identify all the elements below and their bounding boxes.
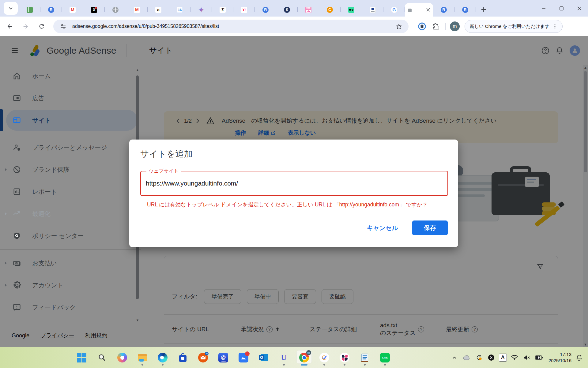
pinned-tab-moedb[interactable]: MOEdb	[298, 3, 319, 17]
toolbar-divider	[445, 23, 446, 30]
minimize-button[interactable]	[535, 0, 552, 17]
chevron-down-icon	[9, 6, 13, 10]
svg-text:z: z	[580, 354, 582, 357]
taskbar-edge-icon[interactable]	[153, 348, 173, 367]
browser-toolbar: adsense.google.com/adsense/u/0/pub-34951…	[0, 17, 588, 36]
chrome-update-button[interactable]: 新しい Chrome をご利用いただけます	[465, 20, 563, 33]
browser-profile-avatar[interactable]: m	[450, 21, 460, 31]
ads-icon	[12, 94, 21, 103]
reload-button[interactable]	[36, 20, 48, 33]
tab-list: RMXMa16XY!RSMOEdbCGRR	[19, 0, 476, 17]
address-bar[interactable]: adsense.google.com/adsense/u/0/pub-34951…	[53, 20, 409, 33]
sidebar-item-label: ポリシー センター	[32, 232, 84, 240]
sidebar-item-label: お支払い	[32, 259, 57, 267]
feedback-icon	[12, 303, 21, 312]
pinned-tab-rakuten[interactable]: R	[40, 3, 62, 17]
wifi-icon[interactable]	[510, 353, 519, 362]
taskbar-photos-icon[interactable]	[233, 348, 254, 367]
pinned-tab-globe[interactable]	[105, 3, 126, 17]
close-tab-icon	[426, 8, 430, 12]
sidebar-item-label: フィードバック	[32, 303, 76, 312]
pinned-tab-scircle[interactable]: S	[276, 3, 298, 17]
ime-a-icon[interactable]: A	[499, 354, 507, 362]
taskbar-uapp-icon[interactable]: U	[274, 348, 294, 367]
bookmark-star-icon[interactable]	[393, 21, 404, 32]
add-site-dialog: サイトを追加 ウェブサイト URL には有効なトップレベル ドメインを指定してく…	[129, 140, 458, 247]
taskbar-chrome-icon[interactable]: m	[294, 348, 314, 367]
cancel-button[interactable]: キャンセル	[365, 224, 400, 232]
taskbar-mail-icon[interactable]: ✉	[193, 348, 213, 367]
battery-icon[interactable]	[534, 353, 544, 362]
pinned-tab-cal16[interactable]: 16	[169, 3, 190, 17]
expand-arrow-icon	[4, 212, 7, 216]
active-tab[interactable]	[405, 3, 433, 17]
pinned-tab-xapp[interactable]: X	[83, 3, 105, 17]
maximize-button[interactable]	[552, 0, 570, 17]
payments-icon	[12, 259, 21, 268]
clock-date: 2025/10/16	[548, 358, 571, 364]
pinned-tab-gmail[interactable]: M	[62, 3, 83, 17]
optimize-icon	[12, 209, 21, 218]
browser-menu-icon[interactable]	[549, 21, 560, 32]
website-field: ウェブサイト	[140, 171, 448, 196]
taskbar-copilot-icon[interactable]	[112, 348, 132, 367]
update-sync-icon[interactable]	[474, 353, 484, 362]
x-status-icon[interactable]	[487, 353, 496, 362]
pinned-tab-rakuten[interactable]: R	[255, 3, 276, 17]
sidebar-item-label: 最適化	[32, 210, 51, 218]
browser-tab-strip: RMXMa16XY!RSMOEdbCGRR	[0, 0, 588, 17]
taskbar-search-icon[interactable]	[92, 348, 112, 367]
extensions-puzzle-icon[interactable]	[431, 21, 442, 32]
pinned-tab-gemini[interactable]	[190, 3, 212, 17]
account-icon	[12, 281, 21, 290]
pinned-tab-rakuten[interactable]: R	[454, 3, 476, 17]
sites-icon	[12, 116, 21, 125]
taskbar-kapp-icon[interactable]	[334, 348, 355, 367]
brand-icon	[12, 165, 21, 174]
window-controls	[535, 0, 588, 17]
site-settings-icon[interactable]	[58, 21, 69, 32]
dialog-title: サイトを追加	[140, 148, 193, 160]
pinned-tab-impress[interactable]	[362, 3, 383, 17]
taskbar-ticktick-icon[interactable]	[314, 348, 334, 367]
close-window-button[interactable]	[570, 0, 588, 17]
forward-button[interactable]	[20, 20, 32, 33]
pinned-tab-google[interactable]: G	[383, 3, 405, 17]
taskbar-start-icon[interactable]	[72, 348, 92, 367]
taskbar-line-icon[interactable]: LINE	[375, 348, 395, 367]
sidebar-item-label: アカウント	[32, 281, 63, 289]
pinned-tab-amazon[interactable]: a	[148, 3, 169, 17]
onedrive-cloud-icon[interactable]	[462, 353, 471, 362]
notifications-silenced-bell-icon[interactable]: z	[575, 353, 584, 362]
pinned-tab-rakuten[interactable]: R	[433, 3, 454, 17]
taskbar-outlook-icon[interactable]: O	[254, 348, 274, 367]
taskbar-explorer-icon[interactable]	[132, 348, 153, 367]
pinned-tab-mforward[interactable]: C	[319, 3, 341, 17]
taskbar-notepad-icon[interactable]	[355, 348, 375, 367]
volume-muted-icon[interactable]	[522, 353, 531, 362]
password-manager-icon[interactable]	[417, 21, 428, 32]
sidebar-item-label: 広告	[32, 94, 44, 102]
tab-search-button[interactable]	[4, 2, 18, 15]
taskbar-atmenu-icon[interactable]: @menu	[213, 348, 233, 367]
url-error-message: URL には有効なトップレベル ドメインを指定してください。正しい URL は …	[147, 201, 428, 208]
taskbar-clock[interactable]: 17:13 2025/10/16	[548, 351, 571, 364]
back-button[interactable]	[4, 20, 16, 33]
tray-chevron-up-icon[interactable]	[450, 353, 459, 362]
sidebar-item-label: ブランド保護	[32, 166, 70, 174]
pinned-tab-yahoo[interactable]: Y!	[233, 3, 255, 17]
website-input[interactable]	[145, 173, 443, 194]
desktop-screen: RMXMa16XY!RSMOEdbCGRR adsense.google.com…	[0, 0, 588, 368]
policy-icon	[12, 231, 21, 240]
taskbar-apps: ✉@menuOUmLINE	[72, 347, 395, 368]
new-tab-button[interactable]	[478, 4, 489, 15]
sidebar-item-label: サイト	[32, 116, 51, 125]
pinned-tab-book[interactable]	[19, 3, 40, 17]
pinned-tab-kglyph[interactable]: X	[212, 3, 233, 17]
expand-arrow-icon	[4, 283, 7, 287]
taskbar-store-icon[interactable]	[173, 348, 193, 367]
pinned-tab-gmail[interactable]: M	[126, 3, 148, 17]
url-text[interactable]: adsense.google.com/adsense/u/0/pub-34951…	[72, 24, 393, 29]
pinned-tab-tripadvisor[interactable]	[341, 3, 362, 17]
save-button[interactable]: 保存	[412, 220, 448, 235]
